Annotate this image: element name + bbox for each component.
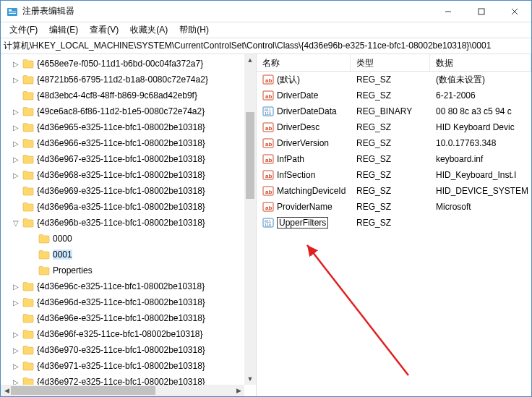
menu-view[interactable]: 查看(V): [84, 22, 124, 38]
tree-item[interactable]: {4d36e96a-e325-11ce-bfc1-08002be10318}: [1, 199, 244, 215]
expand-toggle-icon[interactable]: ▷: [11, 329, 21, 339]
svg-text:110: 110: [265, 223, 271, 227]
tree-item[interactable]: ▷{4d36e965-e325-11ce-bfc1-08002be10318}: [1, 119, 244, 135]
list-row[interactable]: abProviderNameREG_SZMicrosoft: [257, 199, 531, 215]
menu-help[interactable]: 帮助(H): [173, 22, 215, 38]
list-row[interactable]: abMatchingDeviceIdREG_SZHID_DEVICE_SYSTE…: [257, 183, 531, 199]
expand-toggle-icon[interactable]: ▷: [11, 154, 21, 164]
tree-item[interactable]: ▷{48721b56-6795-11d2-b1a8-0080c72e74a2}: [1, 72, 244, 87]
tree-item[interactable]: 0000: [1, 231, 244, 247]
addressbar[interactable]: 计算机\HKEY_LOCAL_MACHINE\SYSTEM\CurrentCon…: [1, 38, 531, 54]
expand-toggle-icon[interactable]: [27, 249, 37, 260]
list-row[interactable]: abDriverDescREG_SZHID Keyboard Devic: [257, 119, 531, 135]
expand-toggle-icon[interactable]: [11, 202, 21, 212]
list-row[interactable]: ab(默认)REG_SZ(数值未设置): [257, 72, 531, 87]
tree-item[interactable]: ▽{4d36e96b-e325-11ce-bfc1-08002be10318}: [1, 215, 244, 231]
expand-toggle-icon[interactable]: [11, 186, 21, 196]
tree-item[interactable]: ▷{4d36e96d-e325-11ce-bfc1-08002be10318}: [1, 294, 244, 310]
folder-icon: [38, 249, 50, 260]
value-name: MatchingDeviceId: [277, 186, 346, 196]
menu-file[interactable]: 文件(F): [4, 22, 43, 38]
expand-toggle-icon[interactable]: ▷: [11, 74, 21, 85]
tree-scrollbar-vertical[interactable]: ▲ ▼: [244, 54, 256, 385]
svg-text:110: 110: [265, 111, 271, 116]
expand-toggle-icon[interactable]: [11, 90, 21, 101]
expand-toggle-icon[interactable]: [27, 265, 37, 276]
value-type: REG_SZ: [351, 186, 430, 196]
string-value-icon: ab: [262, 185, 274, 197]
tree-item[interactable]: {48d3ebc4-4cf8-48ff-b869-9c68ad42eb9f}: [1, 87, 244, 103]
folder-icon: [22, 90, 34, 101]
menu-edit[interactable]: 编辑(E): [43, 22, 84, 38]
tree-item[interactable]: ▷{4d36e970-e325-11ce-bfc1-08002be10318}: [1, 342, 244, 358]
tree-item[interactable]: ▷{49ce6ac8-6f86-11d2-b1e5-0080c72e74a2}: [1, 103, 244, 119]
maximize-button[interactable]: [465, 1, 498, 22]
column-header-name[interactable]: 名称: [257, 54, 351, 71]
tree-item-label: {4d36e969-e325-11ce-bfc1-08002be10318}: [37, 186, 205, 196]
tree-item[interactable]: {4d36e969-e325-11ce-bfc1-08002be10318}: [1, 183, 244, 199]
list-row[interactable]: abDriverVersionREG_SZ10.0.17763.348: [257, 135, 531, 151]
column-header-data[interactable]: 数据: [430, 54, 531, 71]
rename-input[interactable]: UpperFilters: [277, 217, 328, 229]
list-row[interactable]: 011110UpperFiltersREG_SZ: [257, 215, 531, 231]
tree-item[interactable]: 0001: [1, 247, 244, 262]
folder-icon: [22, 297, 34, 307]
scroll-thumb[interactable]: [246, 112, 254, 199]
expand-toggle-icon[interactable]: ▷: [11, 281, 21, 291]
tree-item[interactable]: ▷{4d36e966-e325-11ce-bfc1-08002be10318}: [1, 135, 244, 151]
value-type: REG_SZ: [351, 170, 430, 180]
folder-icon: [22, 154, 34, 164]
value-type: REG_BINARY: [351, 106, 430, 116]
tree-item[interactable]: {4d36e96e-e325-11ce-bfc1-08002be10318}: [1, 310, 244, 326]
value-data: Microsoft: [430, 202, 531, 212]
tree-item[interactable]: ▷{4d36e96c-e325-11ce-bfc1-08002be10318}: [1, 278, 244, 294]
scroll-right-arrow-icon[interactable]: ▶: [233, 385, 244, 396]
scroll-thumb[interactable]: [11, 386, 155, 395]
content: ▷{4658ee7e-f050-11d1-b6bd-00c04fa372a7}▷…: [1, 54, 531, 396]
expand-toggle-icon[interactable]: [27, 234, 37, 244]
list-row[interactable]: abInfSectionREG_SZHID_Keyboard_Inst.I: [257, 167, 531, 183]
folder-icon: [22, 138, 34, 148]
tree-item[interactable]: ▷{4d36e967-e325-11ce-bfc1-08002be10318}: [1, 151, 244, 167]
svg-text:ab: ab: [265, 141, 272, 148]
folder-icon: [38, 265, 50, 276]
tree-item[interactable]: ▷{4658ee7e-f050-11d1-b6bd-00c04fa372a7}: [1, 56, 244, 72]
expand-toggle-icon[interactable]: ▷: [11, 106, 21, 116]
expand-toggle-icon[interactable]: ▷: [11, 138, 21, 148]
value-type: REG_SZ: [351, 154, 430, 164]
tree-item[interactable]: ▷{4d36e968-e325-11ce-bfc1-08002be10318}: [1, 167, 244, 183]
list-body[interactable]: ab(默认)REG_SZ(数值未设置)abDriverDateREG_SZ6-2…: [257, 72, 531, 396]
list-header: 名称 类型 数据: [257, 54, 531, 72]
list-panel: 名称 类型 数据 ab(默认)REG_SZ(数值未设置)abDriverDate…: [257, 54, 531, 396]
tree-item-label: {4d36e970-e325-11ce-bfc1-08002be10318}: [37, 345, 205, 355]
expand-toggle-icon[interactable]: ▷: [11, 122, 21, 132]
menu-favorites[interactable]: 收藏夹(A): [124, 22, 173, 38]
tree-item[interactable]: ▷{4d36e971-e325-11ce-bfc1-08002be10318}: [1, 358, 244, 374]
scroll-up-arrow-icon[interactable]: ▲: [244, 54, 256, 66]
column-header-type[interactable]: 类型: [351, 54, 430, 71]
expand-toggle-icon[interactable]: ▷: [11, 297, 21, 307]
value-name: InfPath: [277, 154, 304, 164]
expand-toggle-icon[interactable]: ▽: [11, 218, 21, 228]
expand-toggle-icon[interactable]: ▷: [11, 170, 21, 180]
tree-item[interactable]: ▷{4d36e972-e325-11ce-bfc1-08002be10318}: [1, 374, 244, 385]
expand-toggle-icon[interactable]: ▷: [11, 377, 21, 385]
expand-toggle-icon[interactable]: ▷: [11, 345, 21, 355]
tree-item-label: {4d36e967-e325-11ce-bfc1-08002be10318}: [37, 154, 205, 164]
minimize-button[interactable]: [432, 1, 465, 22]
value-type: REG_SZ: [351, 74, 430, 85]
expand-toggle-icon[interactable]: ▷: [11, 361, 21, 371]
close-button[interactable]: [498, 1, 531, 22]
list-row[interactable]: abDriverDateREG_SZ6-21-2006: [257, 87, 531, 103]
tree-scrollbar-horizontal[interactable]: ◀ ▶: [1, 385, 244, 396]
value-data: HID Keyboard Devic: [430, 122, 531, 132]
tree-item[interactable]: Properties: [1, 262, 244, 278]
expand-toggle-icon[interactable]: [11, 313, 21, 323]
tree[interactable]: ▷{4658ee7e-f050-11d1-b6bd-00c04fa372a7}▷…: [1, 54, 244, 385]
expand-toggle-icon[interactable]: ▷: [11, 59, 21, 69]
scroll-down-arrow-icon[interactable]: ▼: [244, 373, 256, 385]
annotation-arrow-icon: [293, 238, 437, 383]
list-row[interactable]: 011110DriverDateDataREG_BINARY00 80 8c a…: [257, 103, 531, 119]
list-row[interactable]: abInfPathREG_SZkeyboard.inf: [257, 151, 531, 167]
tree-item[interactable]: ▷{4d36e96f-e325-11ce-bfc1-08002be10318}: [1, 326, 244, 342]
